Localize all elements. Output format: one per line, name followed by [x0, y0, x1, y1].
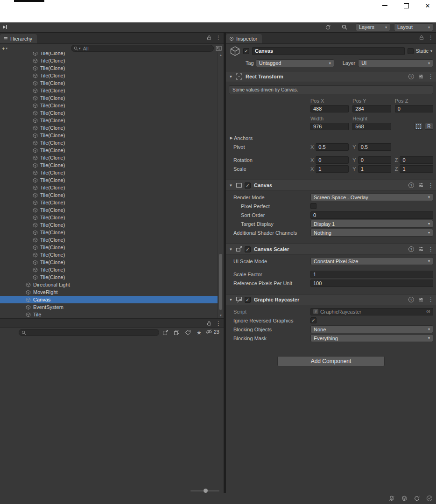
presets-icon[interactable] — [418, 246, 424, 252]
static-dropdown[interactable]: Static ▾ — [408, 48, 432, 54]
hierarchy-item[interactable]: Tile(Clone) — [0, 251, 218, 259]
restore-button[interactable] — [402, 2, 410, 9]
component-menu-icon[interactable]: ⋮ — [428, 246, 434, 252]
hierarchy-item[interactable]: Tile(Clone) — [0, 87, 218, 94]
foldout-icon[interactable]: ▼ — [228, 183, 233, 188]
component-menu-icon[interactable]: ⋮ — [428, 74, 434, 79]
render-mode-dropdown[interactable]: Screen Space - Overlay ▾ — [310, 193, 433, 201]
tag-dropdown[interactable]: Untagged ▾ — [256, 59, 334, 67]
ref-ppu-field[interactable]: 100 — [310, 280, 433, 287]
hierarchy-item[interactable]: Tile(Clone) — [0, 273, 218, 281]
hierarchy-item[interactable]: Tile(Clone) — [0, 221, 218, 229]
width-field[interactable]: 976 — [310, 123, 349, 130]
pivot-x-field[interactable]: 0.5 — [316, 143, 349, 151]
foldout-icon[interactable]: ▼ — [228, 298, 233, 302]
object-picker-icon[interactable]: ⊙ — [426, 309, 430, 314]
hierarchy-item[interactable]: Tile(Clone) — [0, 147, 218, 154]
scale-factor-field[interactable]: 1 — [310, 271, 433, 278]
hierarchy-item[interactable]: Tile(Clone) — [0, 161, 218, 169]
panel-menu-icon[interactable]: ⋮ — [428, 35, 434, 41]
canvas-header[interactable]: ▼ ✓ Canvas ? ⋮ — [226, 180, 436, 191]
hierarchy-item[interactable]: Tile(Clone) — [0, 199, 218, 206]
scale-z-field[interactable]: 1 — [400, 165, 433, 173]
hierarchy-item[interactable]: Canvas — [0, 296, 218, 303]
slider-knob[interactable] — [204, 489, 208, 493]
activity-status-button[interactable] — [426, 495, 433, 502]
pos-y-field[interactable]: 284 — [352, 105, 391, 112]
ignore-reversed-checkbox[interactable]: ✓ — [310, 317, 316, 323]
rotation-y-field[interactable]: 0 — [358, 156, 391, 164]
layer-dropdown[interactable]: UI ▾ — [358, 59, 433, 67]
step-button[interactable] — [1, 23, 8, 31]
canvas-enabled-checkbox[interactable]: ✓ — [245, 182, 251, 189]
foldout-icon[interactable]: ▼ — [228, 247, 233, 252]
graphic-raycaster-header[interactable]: ▼ ✓ Graphic Raycaster ? ⋮ — [226, 294, 436, 305]
hierarchy-item[interactable]: Tile(Clone) — [0, 79, 218, 87]
hierarchy-item[interactable]: Tile(Clone) — [0, 236, 218, 244]
target-display-dropdown[interactable]: Display 1 ▾ — [310, 220, 433, 228]
pos-z-field[interactable]: 0 — [395, 105, 433, 112]
hierarchy-item[interactable]: Tile(Clone) — [0, 206, 218, 214]
hierarchy-item[interactable]: EventSystem — [0, 303, 218, 311]
notifications-muted-button[interactable] — [388, 495, 395, 502]
lock-icon[interactable] — [206, 35, 212, 41]
sort-order-field[interactable]: 0 — [310, 211, 433, 219]
project-search-input[interactable] — [26, 329, 156, 336]
panel-menu-icon[interactable]: ⋮ — [216, 321, 221, 326]
hierarchy-item[interactable]: Tile(Clone) — [0, 72, 218, 79]
anchors-foldout-icon[interactable]: ▶ — [229, 136, 234, 140]
component-menu-icon[interactable]: ⋮ — [428, 182, 434, 188]
hierarchy-item[interactable]: MoveRight — [0, 288, 218, 296]
hierarchy-item[interactable]: Tile(Clone) — [0, 52, 218, 57]
create-object-button[interactable]: + ▾ — [2, 46, 7, 51]
blocking-mask-dropdown[interactable]: Everything ▾ — [310, 334, 433, 342]
package-status-button[interactable] — [401, 495, 408, 502]
project-search[interactable] — [19, 329, 159, 336]
hierarchy-item[interactable]: Directional Light — [0, 281, 218, 288]
global-search-button[interactable] — [341, 23, 348, 31]
hierarchy-item[interactable]: Tile(Clone) — [0, 139, 218, 147]
ui-scale-mode-dropdown[interactable]: Constant Pixel Size ▾ — [310, 257, 433, 265]
gameobject-enabled-checkbox[interactable]: ✓ — [243, 48, 249, 54]
hierarchy-search[interactable]: ▾ — [71, 45, 214, 52]
add-component-button[interactable]: Add Component — [277, 356, 385, 366]
scale-x-field[interactable]: 1 — [316, 165, 349, 173]
presets-icon[interactable] — [418, 297, 424, 302]
hierarchy-item[interactable]: Tile(Clone) — [0, 169, 218, 176]
blueprint-mode-button[interactable] — [415, 123, 423, 130]
layout-dropdown[interactable]: Layout ▾ — [394, 23, 433, 31]
hierarchy-item[interactable]: Tile(Clone) — [0, 229, 218, 236]
scrollbar-thumb[interactable] — [219, 254, 222, 310]
pivot-y-field[interactable]: 0.5 — [358, 143, 391, 151]
pixel-perfect-checkbox[interactable] — [310, 203, 316, 209]
favorite-search-button[interactable]: ★ — [196, 329, 203, 336]
tab-inspector[interactable]: Inspector — [226, 34, 262, 43]
search-in-scene-button[interactable] — [215, 45, 222, 52]
layers-dropdown[interactable]: Layers ▾ — [356, 23, 390, 31]
hierarchy-item[interactable]: Tile(Clone) — [0, 94, 218, 102]
close-button[interactable]: ✕ — [424, 2, 431, 9]
foldout-icon[interactable]: ▼ — [228, 75, 233, 79]
lock-icon[interactable] — [419, 35, 424, 41]
hierarchy-item[interactable]: Tile(Clone) — [0, 259, 218, 266]
hierarchy-item[interactable]: Tile(Clone) — [0, 124, 218, 132]
graphic-raycaster-enabled-checkbox[interactable]: ✓ — [245, 297, 251, 303]
search-by-label-button[interactable] — [184, 329, 191, 336]
shader-channels-dropdown[interactable]: Nothing ▾ — [310, 229, 433, 237]
hierarchy-item[interactable]: Tile(Clone) — [0, 102, 218, 109]
hierarchy-item[interactable]: Tile(Clone) — [0, 214, 218, 221]
static-checkbox[interactable] — [408, 48, 414, 54]
lock-icon[interactable] — [206, 320, 212, 326]
help-icon[interactable]: ? — [408, 74, 414, 79]
presets-icon[interactable] — [418, 182, 424, 188]
canvas-scaler-enabled-checkbox[interactable]: ✓ — [245, 246, 251, 252]
scroll-up-icon[interactable]: ▲ — [218, 52, 224, 57]
gameobject-name-field[interactable]: Canvas — [252, 47, 405, 55]
hierarchy-item[interactable]: Tile(Clone) — [0, 57, 218, 64]
search-by-type-button[interactable] — [173, 329, 180, 336]
hierarchy-search-input[interactable] — [82, 45, 211, 52]
script-field[interactable]: # GraphicRaycaster ⊙ — [310, 308, 433, 315]
help-icon[interactable]: ? — [408, 246, 414, 252]
raw-edit-mode-button[interactable]: R — [425, 123, 433, 130]
pos-x-field[interactable]: 488 — [310, 105, 349, 112]
